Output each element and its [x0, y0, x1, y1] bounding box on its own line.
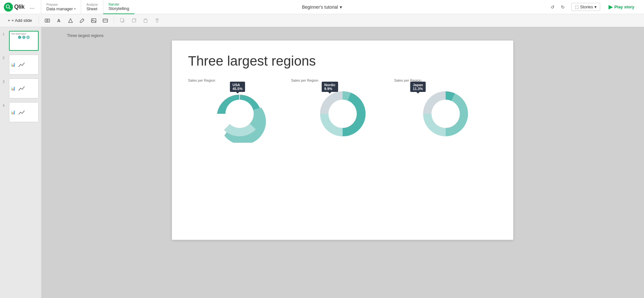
toolbar: + + Add slide A [0, 14, 644, 27]
chart-2-tooltip: Nordic 9.9% [322, 82, 338, 92]
svg-rect-7 [103, 19, 108, 22]
chart-1-tooltip: USA 45.5% [230, 82, 245, 92]
chart-3-wrapper: Japan 11.3% [394, 85, 497, 143]
slide-label: Three largest regions [67, 33, 103, 38]
slide-number-2: 2 [3, 55, 6, 60]
chart-3: Sales per Region Japan 11.3% [394, 78, 497, 143]
copy-button[interactable] [129, 16, 138, 25]
text-icon: A [57, 18, 61, 23]
undo-redo-group: ↺ ↻ [548, 3, 567, 12]
paste-button[interactable] [141, 16, 150, 25]
svg-point-16 [431, 100, 460, 128]
shape-button[interactable] [66, 16, 75, 25]
svg-point-15 [328, 100, 357, 128]
svg-rect-2 [45, 19, 50, 22]
charts-row: Sales per Region USA 45.5% [188, 78, 497, 143]
chart-2: Sales per Region Nordic 9.9% [291, 78, 394, 143]
slide-title: Three largest regions [188, 53, 497, 69]
qlik-logo-icon [4, 3, 13, 12]
slide-number-1: 1 [3, 31, 6, 36]
slide-canvas: Three largest regions Sales per Region U… [172, 41, 513, 240]
top-nav: Qlik ... Prepare Data manager ▾ Analyze … [0, 0, 644, 14]
analyze-title: Sheet [86, 6, 98, 11]
toolbar-divider-2 [114, 17, 114, 24]
svg-rect-5 [91, 19, 96, 23]
play-story-button[interactable]: ▶ Play story [604, 2, 639, 12]
chart-2-svg [314, 85, 372, 143]
chart-3-svg [417, 85, 475, 143]
slide-thumb-2-inner: 📊 [9, 55, 38, 74]
prepare-label: Prepare [46, 3, 76, 6]
nav-center: Beginner's tutorial ▾ [302, 5, 342, 10]
slide-thumb-2[interactable]: 📊 [9, 55, 39, 75]
narrate-title: Storytelling [109, 6, 129, 11]
slide-thumb-1[interactable]: Three largest regions [9, 31, 39, 51]
play-icon: ▶ [609, 4, 612, 10]
analyze-label: Analyze [86, 3, 98, 6]
slide-thumb-4[interactable]: 📊 [9, 102, 39, 122]
narrate-label: Narrate [109, 3, 129, 6]
prepare-chevron: ▾ [74, 7, 76, 11]
chart-2-wrapper: Nordic 9.9% [291, 85, 394, 143]
chart-3-tooltip: Japan 11.3% [410, 82, 426, 92]
svg-line-1 [9, 8, 10, 9]
slide-thumb-3-inner: 📊 [9, 79, 38, 98]
pen-button[interactable] [78, 16, 87, 25]
prepare-title: Data manager ▾ [46, 6, 76, 11]
svg-point-0 [6, 5, 9, 8]
stories-label: Stories [580, 5, 593, 9]
snapshot-button[interactable] [43, 16, 52, 25]
screen-icon: ⬚ [575, 5, 579, 9]
play-story-label: Play story [614, 5, 634, 9]
chart-1-wrapper: USA 45.5% [188, 85, 291, 143]
slide-thumb-4-inner: 📊 [9, 103, 38, 122]
stories-chevron: ▾ [594, 5, 597, 9]
svg-rect-9 [120, 19, 123, 22]
nav-prepare[interactable]: Prepare Data manager ▾ [41, 0, 81, 14]
toolbar-divider-1 [39, 17, 39, 24]
slide-item-4[interactable]: 4 📊 [0, 101, 41, 123]
nav-narrate[interactable]: Narrate Storytelling [103, 0, 134, 14]
main-layout: 1 Three largest regions 2 📊 [0, 27, 644, 298]
chart-1: Sales per Region USA 45.5% [188, 78, 291, 143]
svg-rect-10 [132, 19, 136, 22]
sidebar: 1 Three largest regions 2 📊 [0, 27, 41, 298]
add-slide-icon: + [8, 18, 10, 23]
media-button[interactable] [89, 16, 98, 25]
text-button[interactable]: A [54, 16, 63, 25]
slide-item-1[interactable]: 1 Three largest regions [0, 30, 41, 52]
chart-2-title: Sales per Region [291, 78, 318, 82]
undo-button[interactable]: ↺ [548, 3, 557, 12]
slide-thumb-3[interactable]: 📊 [9, 78, 39, 98]
qlik-logo-text: Qlik [14, 4, 24, 10]
add-slide-button[interactable]: + + Add slide [5, 17, 35, 24]
nav-analyze[interactable]: Analyze Sheet [81, 0, 103, 14]
add-slide-label: + Add slide [12, 18, 32, 23]
screen-capture-button[interactable] [101, 16, 110, 25]
svg-point-3 [46, 20, 48, 21]
tutorial-chevron[interactable]: ▾ [340, 5, 342, 10]
duplicate-button[interactable] [118, 16, 127, 25]
svg-marker-4 [69, 19, 72, 23]
delete-button[interactable] [153, 16, 162, 25]
stories-button[interactable]: ⬚ Stories ▾ [571, 3, 600, 11]
more-options-button[interactable]: ... [27, 4, 37, 10]
tutorial-name[interactable]: Beginner's tutorial [302, 5, 338, 10]
chart-1-title: Sales per Region [188, 78, 215, 82]
content-area: Three largest regions Three largest regi… [41, 27, 644, 298]
nav-right: ↺ ↻ ⬚ Stories ▾ ▶ Play story [548, 2, 644, 12]
qlik-logo[interactable]: Qlik [4, 3, 24, 12]
slide-number-4: 4 [3, 102, 6, 107]
chart-1-svg [211, 85, 269, 143]
slide-thumb-1-inner: Three largest regions [10, 32, 38, 50]
svg-point-13 [225, 100, 254, 128]
slide-item-3[interactable]: 3 📊 [0, 77, 41, 100]
logo-area: Qlik ... [0, 3, 41, 12]
slide-number-3: 3 [3, 78, 6, 84]
slide-item-2[interactable]: 2 📊 [0, 53, 41, 76]
redo-button[interactable]: ↻ [558, 3, 567, 12]
